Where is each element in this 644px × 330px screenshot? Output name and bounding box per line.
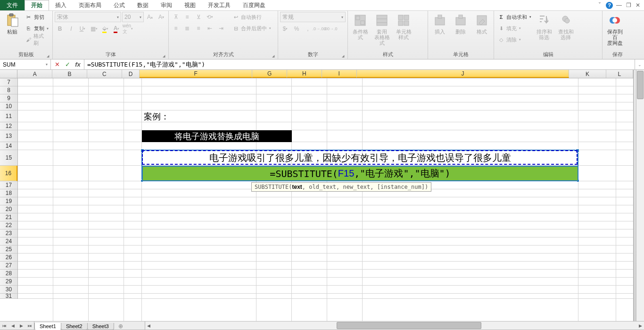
sort-filter-button[interactable]: 排序和筛选 (534, 12, 554, 41)
menu-tab-developer[interactable]: 开发工具 (202, 0, 237, 10)
indent-dec-icon[interactable]: ⇤ (205, 23, 215, 34)
tab-nav-prev-icon[interactable]: ◀ (8, 322, 17, 330)
col-header[interactable]: B (52, 70, 87, 78)
cell[interactable]: 电子游戏吸引了很多儿童，因缺少有效引导，电子游戏也误导了很多儿童 (142, 150, 578, 166)
editing-cell[interactable]: =SUBSTITUTE(F15,"电子游戏","电脑") (142, 166, 578, 181)
formula-input[interactable]: =SUBSTITUTE(F15,"电子游戏","电脑") (84, 59, 635, 69)
help-icon[interactable]: ? (606, 2, 613, 9)
sheet-tab[interactable]: Sheet2 (61, 323, 88, 330)
window-minimize-icon[interactable]: — (616, 2, 622, 8)
col-header[interactable]: H (287, 70, 322, 78)
formula-cancel-icon[interactable]: ✕ (52, 61, 62, 68)
border-icon[interactable]: ▦▾ (89, 24, 99, 34)
bold-icon[interactable]: B (55, 24, 65, 34)
phonetic-icon[interactable]: wén文▾ (123, 24, 133, 34)
row-header[interactable]: 14 (0, 142, 17, 150)
italic-icon[interactable]: I (66, 24, 76, 34)
row-header[interactable]: 19 (0, 197, 17, 205)
conditional-format-button[interactable]: 条件格式 (350, 12, 371, 41)
fill-color-icon[interactable]: ⬙▾ (100, 24, 110, 34)
vertical-scrollbar[interactable] (636, 70, 644, 321)
copy-button[interactable]: ⎘复制▾ (24, 23, 50, 34)
merge-center-button[interactable]: ⊟合并后居中▾ (231, 23, 272, 34)
comma-icon[interactable]: , (303, 24, 313, 34)
hscroll-right-icon[interactable]: ▶ (636, 322, 644, 330)
grow-font-icon[interactable]: A▴ (145, 12, 155, 22)
row-header[interactable]: 11 (0, 110, 17, 122)
tab-nav-next-icon[interactable]: ▶ (17, 322, 25, 330)
font-color-icon[interactable]: A▾ (111, 24, 122, 34)
vscroll-thumb[interactable] (637, 71, 644, 99)
menu-file[interactable]: 文件 (0, 0, 25, 10)
row-header[interactable]: 16 (0, 166, 17, 181)
find-select-button[interactable]: 查找和选择 (555, 12, 576, 41)
window-close-icon[interactable]: ✕ (635, 2, 641, 8)
orientation-icon[interactable]: ⟲▾ (205, 12, 215, 22)
col-header[interactable]: F (140, 70, 252, 78)
tab-nav-first-icon[interactable]: ⏮ (0, 322, 8, 330)
font-size-combo[interactable]: 20▾ (122, 12, 144, 22)
align-bottom-icon[interactable]: ⊻ (193, 12, 204, 22)
row-header[interactable]: 23 (0, 229, 17, 237)
underline-icon[interactable]: U▾ (77, 24, 88, 34)
row-header[interactable]: 29 (0, 278, 17, 286)
cell[interactable]: 将电子游戏替换成电脑 (142, 130, 292, 142)
align-left-icon[interactable]: ≡ (171, 23, 181, 34)
name-box[interactable]: SUM▾ (0, 59, 51, 69)
row-header[interactable]: 8 (0, 86, 17, 94)
align-center-icon[interactable]: ≣ (182, 23, 192, 34)
menu-tab-baidu[interactable]: 百度网盘 (237, 0, 272, 10)
insert-function-icon[interactable]: fx (73, 61, 83, 68)
autosum-button[interactable]: Σ自动求和▾ (496, 12, 533, 22)
indent-inc-icon[interactable]: ⇥ (216, 23, 226, 34)
row-header[interactable]: 15 (0, 150, 17, 166)
table-format-button[interactable]: 套用 表格格式 (372, 12, 392, 47)
col-header[interactable]: G (252, 70, 287, 78)
menu-tab-home[interactable]: 开始 (25, 0, 49, 10)
col-header[interactable]: C (87, 70, 122, 78)
window-restore-icon[interactable]: ❐ (625, 2, 632, 8)
row-header[interactable]: 28 (0, 270, 17, 278)
percent-icon[interactable]: % (291, 24, 302, 34)
row-header[interactable]: 24 (0, 237, 17, 245)
row-header[interactable]: 13 (0, 130, 17, 142)
cell[interactable]: 案例： (142, 110, 256, 122)
row-header[interactable]: 27 (0, 262, 17, 270)
row-header[interactable]: 21 (0, 213, 17, 221)
delete-cells-button[interactable]: 删除 (451, 12, 471, 35)
number-format-combo[interactable]: 常规▾ (280, 12, 346, 22)
ribbon-minimize-icon[interactable]: ˇ (596, 2, 603, 8)
col-header[interactable]: D (122, 70, 140, 78)
row-header[interactable]: 10 (0, 102, 17, 110)
formula-expand-icon[interactable]: ⌄ (635, 59, 644, 69)
format-painter-button[interactable]: 🖌格式刷 (24, 34, 50, 45)
horizontal-scrollbar[interactable]: ◀ ▶ (145, 322, 644, 330)
currency-icon[interactable]: $▾ (280, 24, 290, 34)
menu-tab-layout[interactable]: 页面布局 (73, 0, 107, 10)
row-header[interactable]: 31 (0, 294, 17, 299)
menu-tab-data[interactable]: 数据 (131, 0, 155, 10)
row-header[interactable]: 12 (0, 122, 17, 130)
formula-enter-icon[interactable]: ✓ (62, 61, 73, 68)
baidu-save-button[interactable]: 保存到百 度网盘 (604, 12, 625, 47)
col-header[interactable]: L (606, 70, 633, 78)
clear-button[interactable]: ◇清除▾ (496, 34, 533, 45)
sheet-tab[interactable]: Sheet3 (87, 323, 114, 330)
align-top-icon[interactable]: ⊼ (171, 12, 181, 22)
menu-tab-insert[interactable]: 插入 (49, 0, 73, 10)
select-all-corner[interactable] (0, 70, 17, 78)
shrink-font-icon[interactable]: A▾ (156, 12, 166, 22)
row-header[interactable]: 25 (0, 245, 17, 254)
row-header[interactable]: 26 (0, 254, 17, 262)
row-header[interactable]: 17 (0, 181, 17, 189)
cell-styles-button[interactable]: 单元格样式 (393, 12, 414, 41)
dec-decimal-icon[interactable]: .00→.0 (325, 24, 336, 34)
col-header[interactable]: A (17, 70, 52, 78)
hscroll-left-icon[interactable]: ◀ (145, 322, 153, 330)
hscroll-thumb[interactable] (337, 322, 481, 329)
insert-cells-button[interactable]: 插入 (430, 12, 450, 35)
wrap-text-button[interactable]: ↩自动换行 (231, 12, 272, 22)
new-sheet-icon[interactable]: ⊕ (116, 323, 126, 330)
sheet-tab[interactable]: Sheet1 (34, 323, 61, 330)
row-header[interactable]: 18 (0, 189, 17, 197)
